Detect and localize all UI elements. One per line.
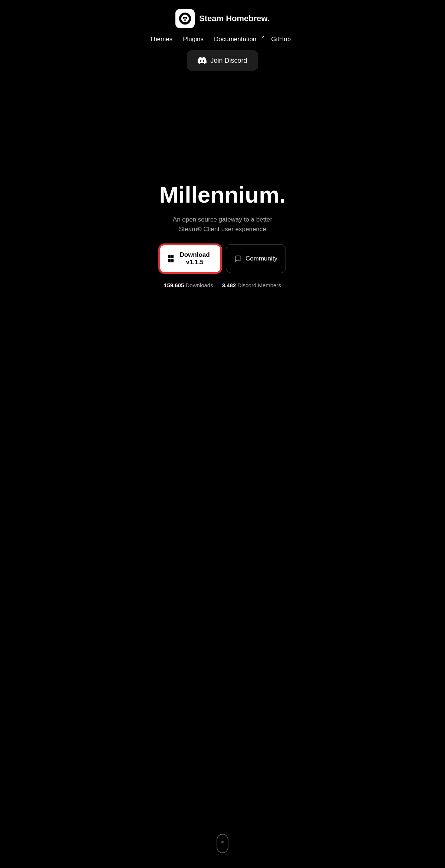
nav-github[interactable]: GitHub ↗ [271,36,295,43]
join-discord-button[interactable]: Join Discord [187,50,258,71]
nav-links: Themes Plugins Documentation ↗ GitHub ↗ [150,36,295,43]
hero-title: Millennium. [159,182,286,207]
discord-stat: 3,482 Discord Members [222,282,281,288]
downloads-label: Downloads [185,282,213,288]
hero-section: Millennium. An open source gateway to a … [150,78,295,303]
nav-themes[interactable]: Themes [150,36,172,43]
documentation-external-icon: ↗ [261,35,264,40]
nav-documentation[interactable]: Documentation ↗ [214,36,261,43]
downloads-stat: 159,605 Downloads [164,282,213,288]
discord-count: 3,482 [222,282,236,288]
hero-stats: 159,605 Downloads 3,482 Discord Members [164,282,281,288]
scroll-dot [221,841,224,843]
steam-logo-icon [178,12,192,25]
discord-members-label: Discord Members [237,282,281,288]
hero-buttons: Download v1.1.5 Community [159,244,286,273]
brand: Steam Homebrew. [175,9,270,28]
download-label: Download v1.1.5 [177,251,212,266]
community-button[interactable]: Community [226,244,286,273]
navbar: Steam Homebrew. Themes Plugins Documenta… [150,0,295,76]
nav-plugins[interactable]: Plugins [183,36,204,43]
download-button[interactable]: Download v1.1.5 [159,244,221,273]
hero-subtitle: An open source gateway to a better Steam… [163,215,282,234]
join-discord-label: Join Discord [210,57,247,65]
scroll-indicator [217,834,228,853]
downloads-count: 159,605 [164,282,184,288]
windows-icon [168,255,174,262]
brand-title: Steam Homebrew. [199,14,270,23]
community-label: Community [245,255,277,262]
brand-logo [175,9,195,28]
community-icon [234,255,242,262]
discord-icon [198,56,207,65]
